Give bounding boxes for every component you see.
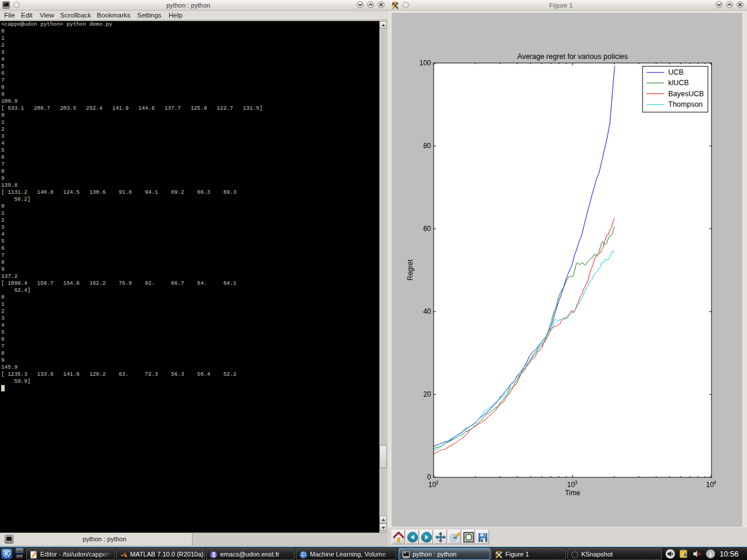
svg-text:3: 3 bbox=[574, 480, 577, 485]
svg-text:K: K bbox=[5, 550, 9, 557]
svg-text:klUCB: klUCB bbox=[668, 79, 689, 87]
svg-text:UCB: UCB bbox=[668, 68, 683, 76]
svg-text:40: 40 bbox=[423, 307, 431, 316]
svg-text:Regret: Regret bbox=[406, 259, 414, 281]
svg-text:BayesUCB: BayesUCB bbox=[668, 90, 704, 98]
svg-text:Thompson: Thompson bbox=[668, 100, 703, 108]
svg-text:80: 80 bbox=[423, 142, 431, 150]
svg-text:2: 2 bbox=[435, 480, 438, 485]
svg-text:100: 100 bbox=[419, 59, 431, 67]
svg-text:i: i bbox=[710, 551, 711, 558]
svg-text:4: 4 bbox=[713, 480, 716, 485]
svg-text:Average regret for various pol: Average regret for various policies bbox=[517, 52, 627, 61]
svg-text:60: 60 bbox=[423, 225, 431, 233]
svg-text:Time: Time bbox=[564, 489, 580, 497]
svg-text:20: 20 bbox=[423, 390, 431, 398]
